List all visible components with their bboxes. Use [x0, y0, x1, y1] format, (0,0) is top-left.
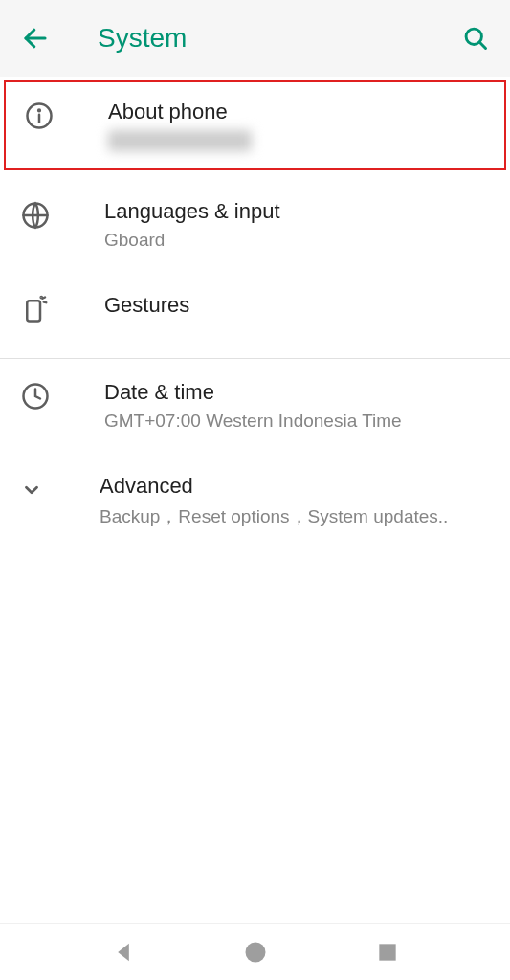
item-text: About phone — [84, 100, 485, 151]
svg-rect-8 — [27, 301, 40, 321]
navigation-bar — [0, 923, 510, 980]
nav-recent-icon[interactable] — [375, 940, 400, 965]
list-item-advanced[interactable]: Advanced Backup，Reset options，System upd… — [0, 453, 510, 550]
chevron-down-icon — [21, 479, 42, 501]
item-title: Gestures — [104, 293, 489, 318]
item-text: Date & time GMT+07:00 Western Indonesia … — [80, 380, 489, 432]
item-title: Date & time — [104, 380, 489, 405]
item-subtitle: Gboard — [104, 230, 489, 251]
item-text: Advanced Backup，Reset options，System upd… — [78, 474, 489, 529]
item-title: Languages & input — [104, 199, 489, 224]
info-icon — [25, 101, 54, 130]
item-subtitle: Backup，Reset options，System updates.. — [100, 504, 489, 529]
item-subtitle-blurred — [108, 130, 252, 151]
nav-home-icon[interactable] — [242, 939, 269, 966]
svg-line-2 — [479, 42, 485, 48]
item-text: Languages & input Gboard — [80, 199, 489, 251]
svg-point-9 — [41, 297, 42, 298]
gestures-icon — [21, 295, 50, 323]
list-item-date-time[interactable]: Date & time GMT+07:00 Western Indonesia … — [0, 359, 510, 453]
svg-rect-12 — [379, 944, 395, 960]
item-text: Gestures — [80, 293, 489, 323]
clock-icon — [21, 382, 50, 411]
list-item-languages-input[interactable]: Languages & input Gboard — [0, 178, 510, 272]
page-title: System — [98, 23, 462, 54]
list-item-gestures[interactable]: Gestures — [0, 272, 510, 358]
nav-back-icon[interactable] — [110, 939, 137, 966]
item-title: Advanced — [100, 474, 489, 499]
list-item-about-phone[interactable]: About phone — [4, 80, 506, 170]
settings-list: About phone Languages & input Gboard Ges… — [0, 77, 510, 923]
back-icon[interactable] — [21, 24, 50, 53]
item-title: About phone — [108, 100, 485, 124]
svg-point-11 — [246, 942, 266, 962]
item-subtitle: GMT+07:00 Western Indonesia Time — [104, 411, 489, 432]
search-icon[interactable] — [462, 25, 489, 52]
globe-icon — [21, 201, 50, 230]
svg-point-5 — [38, 110, 40, 112]
header: System — [0, 0, 510, 77]
